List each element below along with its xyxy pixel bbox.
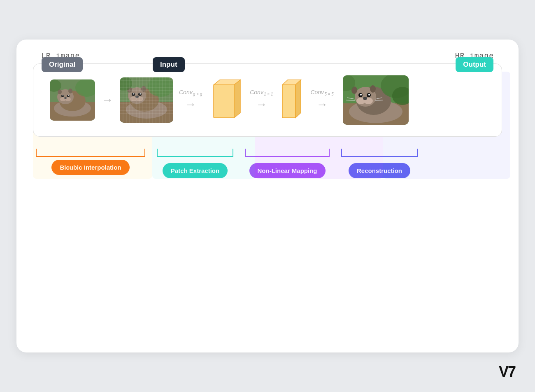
svg-point-77 <box>370 85 376 93</box>
reconstruction-section: Reconstruction <box>338 148 421 178</box>
svg-point-27 <box>135 96 139 98</box>
patch-bracket <box>154 148 236 160</box>
svg-point-11 <box>64 97 67 99</box>
arrow-1: → <box>102 93 113 107</box>
output-badge: Output <box>456 57 493 72</box>
svg-point-73 <box>360 94 362 96</box>
patch-section: Patch Extraction <box>154 148 236 178</box>
svg-point-75 <box>363 97 367 100</box>
conv2-section: Conv1 × 1 → <box>247 89 275 112</box>
lr-otter-image <box>50 79 95 121</box>
bicubic-bracket <box>33 148 148 160</box>
arrow-2: → <box>185 98 196 111</box>
bicubic-badge: Bicubic Interpolation <box>51 160 129 175</box>
nonlinear-badge: Non-Linear Mapping <box>249 163 326 178</box>
svg-point-9 <box>63 95 63 96</box>
conv1-label: Convg × g <box>179 89 202 97</box>
arrow-4: → <box>316 98 328 111</box>
svg-point-29 <box>141 86 146 92</box>
svg-point-7 <box>61 95 64 97</box>
nonlinear-bracket <box>242 148 333 160</box>
svg-point-74 <box>368 94 370 96</box>
bicubic-section: Bicubic Interpolation <box>33 148 148 175</box>
flow-wrapper: Original <box>33 63 502 178</box>
main-card: LR image HR image Original <box>16 40 519 352</box>
input-otter-image <box>120 77 173 123</box>
patch-badge: Patch Extraction <box>163 163 228 178</box>
svg-point-13 <box>68 89 72 93</box>
arrow-3: → <box>256 98 267 111</box>
svg-point-10 <box>68 95 69 96</box>
input-badge: Input <box>153 57 185 72</box>
labels-row: LR image HR image <box>33 52 502 60</box>
conv3-section: Conv5 × 5 → <box>308 89 336 112</box>
svg-point-8 <box>67 95 70 97</box>
hr-otter-image <box>343 75 409 125</box>
flow-row: Original <box>33 63 502 137</box>
conv3-label: Conv5 × 5 <box>310 89 333 97</box>
section-labels: Bicubic Interpolation Patch Extraction N… <box>33 148 502 178</box>
conv2-label: Conv1 × 1 <box>250 89 273 97</box>
original-badge: Original <box>42 57 83 72</box>
v7-logo: V7 <box>499 363 515 380</box>
svg-rect-61 <box>282 85 295 118</box>
conv-box-2 <box>280 77 303 124</box>
reconstruction-badge: Reconstruction <box>349 163 410 178</box>
reconstruction-bracket <box>338 148 421 160</box>
svg-marker-63 <box>295 80 301 118</box>
svg-rect-58 <box>214 85 234 118</box>
nonlinear-section: Non-Linear Mapping <box>242 148 333 178</box>
conv-box-1 <box>209 77 242 124</box>
svg-marker-60 <box>234 80 240 118</box>
conv1-section: Convg × g → <box>177 89 205 112</box>
